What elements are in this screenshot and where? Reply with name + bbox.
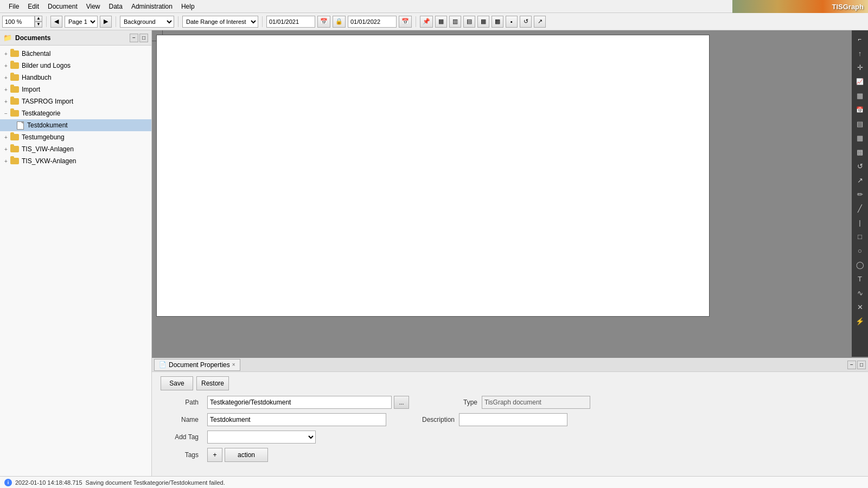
tool-cal2[interactable]: ▤ <box>853 117 866 130</box>
tool-vbar[interactable]: | <box>853 216 866 229</box>
sidebar-item-testumgebung[interactable]: + Testumgebung <box>0 131 151 143</box>
tool-cal3[interactable]: ▦ <box>853 131 866 144</box>
expand-testkategorie[interactable]: − <box>2 110 10 117</box>
toolbar-page-next[interactable]: ▶ <box>100 16 112 28</box>
sidebar-item-handbuch[interactable]: + Handbuch <box>0 72 151 84</box>
sidebar-item-import[interactable]: + Import <box>0 84 151 95</box>
tool-rect[interactable]: □ <box>853 230 866 243</box>
toolbar-btn-grid2[interactable]: ▥ <box>449 16 461 28</box>
folder-icon-testumgebung <box>10 133 20 142</box>
tool-line[interactable]: ╱ <box>853 202 866 215</box>
toolbar-btn-refresh[interactable]: ↺ <box>520 16 532 28</box>
description-input[interactable] <box>459 413 567 426</box>
tool-circle[interactable]: ○ <box>853 244 866 257</box>
sidebar-item-tis-vkw[interactable]: + TIS_VKW-Anlagen <box>0 155 151 167</box>
tool-ellipse[interactable]: ◯ <box>853 258 866 271</box>
zoom-up-arrow[interactable]: ▲ <box>35 16 42 22</box>
folder-icon-handbuch <box>10 73 20 82</box>
calendar-to-btn[interactable]: 📅 <box>399 16 412 28</box>
add-tag-select[interactable] <box>207 431 316 444</box>
sidebar-item-testkategorie[interactable]: − Testkategorie <box>0 107 151 119</box>
lock-btn[interactable]: 🔒 <box>333 16 346 28</box>
tool-cal1[interactable]: 📅 <box>853 103 866 116</box>
panel-maximize-btn[interactable]: □ <box>857 361 866 369</box>
menu-help[interactable]: Help <box>177 2 199 11</box>
toolbar-btn-pointer[interactable]: ↗ <box>534 16 546 28</box>
sidebar: 📁 Documents − □ + Bächental + Bilder und… <box>0 30 152 476</box>
sidebar-minimize-btn[interactable]: − <box>130 34 138 42</box>
tags-add-btn[interactable]: + <box>207 448 222 462</box>
tree-container: + Bächental + Bilder und Logos + Handbuc… <box>0 46 151 476</box>
toolbar-page-prev[interactable]: ◀ <box>50 16 62 28</box>
folder-icon-bachental <box>10 49 20 58</box>
toolbar-btn-grid3[interactable]: ▤ <box>463 16 475 28</box>
save-button[interactable]: Save <box>161 376 193 390</box>
tool-signal[interactable]: ⚡ <box>853 314 866 328</box>
name-label: Name <box>161 416 199 423</box>
panel-tab-properties[interactable]: 📄 Document Properties × <box>154 359 240 371</box>
expand-import[interactable]: + <box>2 86 10 93</box>
tree-label-testdokument: Testdokument <box>27 121 68 129</box>
background-select[interactable]: Background <box>120 16 174 28</box>
menu-administration[interactable]: Administration <box>127 2 177 11</box>
expand-tasprog[interactable]: + <box>2 98 10 105</box>
sidebar-item-testdokument[interactable]: · Testdokument <box>0 119 151 131</box>
panel-tab-close-btn[interactable]: × <box>232 362 235 368</box>
toolbar-btn-grid5[interactable]: ▩ <box>492 16 503 28</box>
menu-document[interactable]: Document <box>43 2 82 11</box>
menu-data[interactable]: Data <box>105 2 127 11</box>
tool-crosshair[interactable]: ✛ <box>853 61 866 74</box>
tool-text[interactable]: T <box>853 272 866 285</box>
toolbar-btn-pin[interactable]: 📌 <box>420 16 433 28</box>
tree-label-tis-vkw: TIS_VKW-Anlagen <box>22 157 76 165</box>
tool-pencil[interactable]: ✏ <box>853 188 866 201</box>
add-tag-row: Add Tag <box>161 431 859 444</box>
expand-tis-vkw[interactable]: + <box>2 157 10 165</box>
tool-grid1[interactable]: ▦ <box>853 89 866 102</box>
sidebar-item-tasprog[interactable]: + TASPROG Import <box>0 95 151 107</box>
tool-arrow-up[interactable]: ↑ <box>853 47 866 60</box>
sidebar-item-tis-viw[interactable]: + TIS_VIW-Anlagen <box>0 143 151 155</box>
expand-bachental[interactable]: + <box>2 50 10 57</box>
sidebar-maximize-btn[interactable]: □ <box>139 34 148 42</box>
expand-tis-viw[interactable]: + <box>2 145 10 153</box>
zoom-input[interactable] <box>2 16 35 28</box>
date-from-input[interactable] <box>266 16 315 28</box>
date-to-input[interactable] <box>348 16 397 28</box>
toolbar-sep-5 <box>416 16 416 27</box>
toolbar-btn-grid4[interactable]: ▦ <box>477 16 489 28</box>
menu-file[interactable]: File <box>4 2 23 11</box>
page-select[interactable]: Page 1 <box>65 16 98 28</box>
expand-bilder[interactable]: + <box>2 62 10 69</box>
tags-action-btn[interactable]: action <box>225 448 268 462</box>
restore-button[interactable]: Restore <box>196 376 229 390</box>
date-range-select[interactable]: Date Range of Interest <box>182 16 258 28</box>
sidebar-item-bilder[interactable]: + Bilder und Logos <box>0 60 151 72</box>
tool-refresh[interactable]: ↺ <box>853 159 866 172</box>
panel-minimize-btn[interactable]: − <box>847 361 856 369</box>
tool-close[interactable]: ✕ <box>853 300 866 313</box>
tool-wave[interactable]: ∿ <box>853 286 866 299</box>
folder-icon-tis-viw <box>10 145 20 153</box>
path-input[interactable] <box>207 396 392 409</box>
calendar-from-btn[interactable]: 📅 <box>317 16 330 28</box>
tool-corner[interactable]: ⌐ <box>853 33 866 46</box>
canvas-area[interactable] <box>152 30 852 357</box>
toolbar-btn-grid6[interactable]: ▪ <box>506 16 518 28</box>
menu-edit[interactable]: Edit <box>23 2 43 11</box>
name-input[interactable] <box>207 413 386 426</box>
path-browse-btn[interactable]: ... <box>394 396 409 409</box>
menu-view[interactable]: View <box>82 2 105 11</box>
tool-pointer[interactable]: ↗ <box>853 174 866 187</box>
sidebar-item-bachental[interactable]: + Bächental <box>0 48 151 60</box>
panel-header: 📄 Document Properties × − □ <box>152 358 868 372</box>
expand-handbuch[interactable]: + <box>2 74 10 81</box>
doc-icon-testdokument <box>15 121 25 130</box>
page-canvas[interactable] <box>156 35 710 317</box>
tool-chart[interactable]: 📈 <box>853 75 866 88</box>
toolbar-btn-grid1[interactable]: ▦ <box>435 16 447 28</box>
tree-label-testumgebung: Testumgebung <box>22 133 65 141</box>
tool-cal4[interactable]: ▩ <box>853 145 866 158</box>
zoom-down-arrow[interactable]: ▼ <box>35 22 42 28</box>
expand-testumgebung[interactable]: + <box>2 133 10 141</box>
